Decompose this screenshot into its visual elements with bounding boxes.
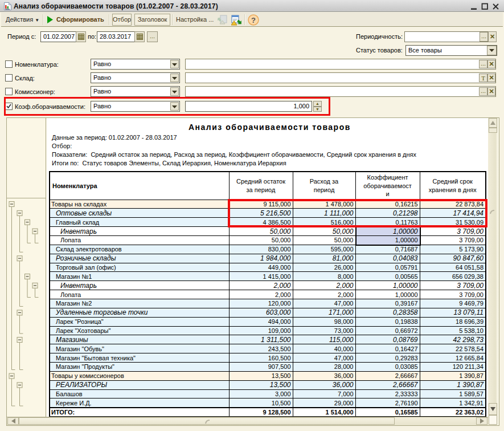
svg-text:?: ? <box>251 16 256 25</box>
